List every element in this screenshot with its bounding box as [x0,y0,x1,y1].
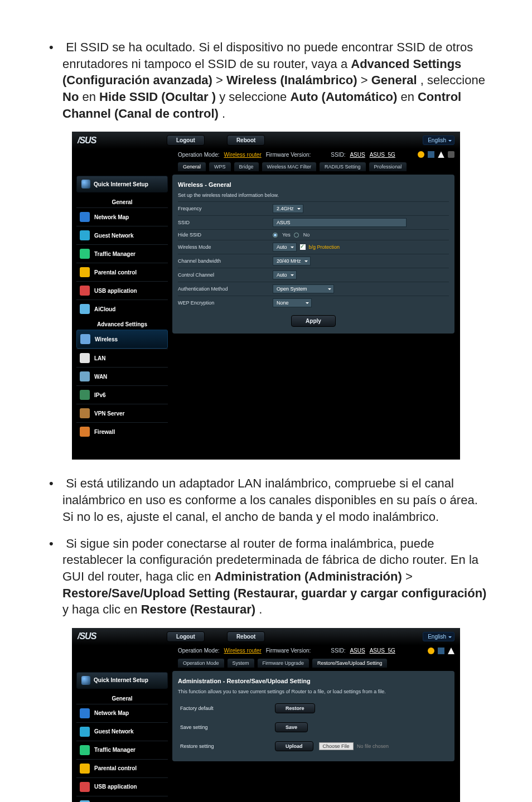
sidebar-item-firewall[interactable]: Firewall [76,422,168,441]
row-frequency: Frequency 2.4GHz [178,201,449,215]
ssid-link-1[interactable]: ASUS [350,648,365,654]
sidebar-item-label: Network Map [94,214,129,220]
panel-title: Administration - Restore/Save/Upload Set… [178,675,449,689]
sidebar-item-label: WAN [94,374,107,380]
control-channel-select[interactable]: Auto [273,270,297,279]
sidebar-item-label: Parental control [94,765,137,771]
parental-icon [80,267,90,277]
lock-icon[interactable] [448,151,454,158]
save-button[interactable]: Save [275,722,308,732]
tab-general[interactable]: General [178,162,206,171]
wep-select[interactable]: None [273,298,312,307]
wireless-icon [80,334,90,344]
sidebar-item-lan[interactable]: LAN [76,349,168,367]
sidebar-item-usb[interactable]: USB application [76,281,168,299]
user-icon[interactable] [428,648,434,654]
text: y haga clic en [62,602,141,616]
opmode-link[interactable]: Wireless router [224,648,262,654]
status-icons [428,648,454,654]
bandwidth-select[interactable]: 20/40 MHz [273,257,311,265]
ssid-link-1[interactable]: ASUS [350,152,365,158]
restore-button[interactable]: Restore [275,703,315,713]
reboot-button[interactable]: Reboot [227,631,265,642]
asus-logo: /SUS [78,631,167,641]
tab-wps[interactable]: WPS [209,162,231,171]
label: Channel bandwidth [178,258,273,264]
sidebar-item-aicloud[interactable]: AiCloud [76,299,168,318]
choose-file-button[interactable]: Choose File [319,742,354,750]
sidebar-item-usb[interactable]: USB application [76,777,168,796]
opmode-link[interactable]: Wireless router [224,152,262,158]
sidebar-item-label: Quick Internet Setup [94,677,148,683]
ssid-link-2[interactable]: ASUS_5G [370,152,395,158]
logout-button[interactable]: Logout [167,135,205,146]
sidebar-item-vpn[interactable]: VPN Server [76,404,168,422]
tab-firmware-upgrade[interactable]: Firmware Upgrade [258,659,309,668]
tab-system[interactable]: System [228,659,254,668]
sidebar-item-qis[interactable]: Quick Internet Setup [76,176,168,192]
auth-method-select[interactable]: Open System [273,284,334,293]
frequency-select[interactable]: 2.4GHz [273,204,303,213]
sidebar: Quick Internet Setup General Network Map… [72,175,172,446]
tab-bridge[interactable]: Bridge [234,162,259,171]
row-restore-setting: Restore setting Upload Choose File No fi… [178,738,449,755]
screenshot-wireless-general: /SUS Logout Reboot English Operation Mod… [72,132,460,460]
tab-radius[interactable]: RADIUS Setting [320,162,366,171]
language-select[interactable]: English [423,136,454,145]
label: Save setting [178,719,273,736]
sidebar-item-wan[interactable]: WAN [76,367,168,385]
wireless-general-panel: Wireless - General Set up the wireless r… [172,175,454,334]
sidebar-item-label: Wireless [95,336,118,342]
sidebar-item-label: Firewall [94,429,115,435]
sidebar-item-ipv6[interactable]: IPv6 [76,385,168,404]
panel-title: Wireless - General [178,179,449,192]
ssid-link-2[interactable]: ASUS_5G [370,648,395,654]
wand-icon [81,180,90,189]
network-icon[interactable] [428,151,434,158]
logout-button[interactable]: Logout [167,631,205,642]
wireless-mode-select[interactable]: Auto [273,243,297,252]
radio-label: Yes [282,232,291,238]
wifi-icon[interactable] [438,151,444,158]
upload-button[interactable]: Upload [275,741,313,751]
row-control-channel: Control Channel Auto [178,268,449,282]
sidebar-item-aicloud[interactable]: AiCloud [76,796,168,802]
sidebar-item-parental[interactable]: Parental control [76,263,168,281]
sidebar-item-parental[interactable]: Parental control [76,759,168,777]
sidebar-item-network-map[interactable]: Network Map [76,704,168,722]
sidebar-item-qis[interactable]: Quick Internet Setup [76,672,168,689]
apply-button[interactable]: Apply [291,315,336,327]
text: > [361,73,371,87]
network-icon[interactable] [438,648,444,654]
status-line: Operation Mode: Wireless router Firmware… [72,149,460,160]
opmode-label: Operation Mode: [178,152,220,158]
reboot-button[interactable]: Reboot [227,135,265,146]
hide-ssid-radio-no[interactable] [294,233,299,238]
sidebar-item-guest-network[interactable]: Guest Network [76,226,168,244]
text-bold: Restore/Save/Upload Setting (Restaurar, … [62,586,486,600]
sidebar-item-guest-network[interactable]: Guest Network [76,722,168,741]
wifi-icon[interactable] [448,648,454,654]
row-channel-bandwidth: Channel bandwidth 20/40 MHz [178,254,449,268]
tab-operation-mode[interactable]: Operation Mode [178,659,224,668]
hide-ssid-radio-yes[interactable] [273,233,278,238]
sidebar-item-wireless[interactable]: Wireless [76,330,168,349]
aicloud-icon [80,304,90,314]
bg-protection-checkbox[interactable] [300,244,306,250]
user-icon[interactable] [418,151,424,158]
sidebar-item-label: LAN [94,355,106,361]
tab-mac-filter[interactable]: Wireless MAC Filter [262,162,317,171]
sidebar-section-advanced: Advanced Settings [76,318,168,330]
tab-restore-save-upload[interactable]: Restore/Save/Upload Setting [312,659,387,668]
ssid-label: SSID: [331,152,345,158]
ssid-input[interactable]: ASUS [273,218,407,227]
label: Wireless Mode [178,244,273,250]
ssid-label: SSID: [331,648,345,654]
sidebar-item-traffic-manager[interactable]: Traffic Manager [76,741,168,759]
sidebar-item-traffic-manager[interactable]: Traffic Manager [76,244,168,263]
tab-professional[interactable]: Professional [369,162,407,171]
ipv6-icon [80,390,90,400]
text-bold: Restore (Restaurar) [141,602,255,616]
sidebar-item-network-map[interactable]: Network Map [76,207,168,226]
language-select[interactable]: English [423,632,454,641]
